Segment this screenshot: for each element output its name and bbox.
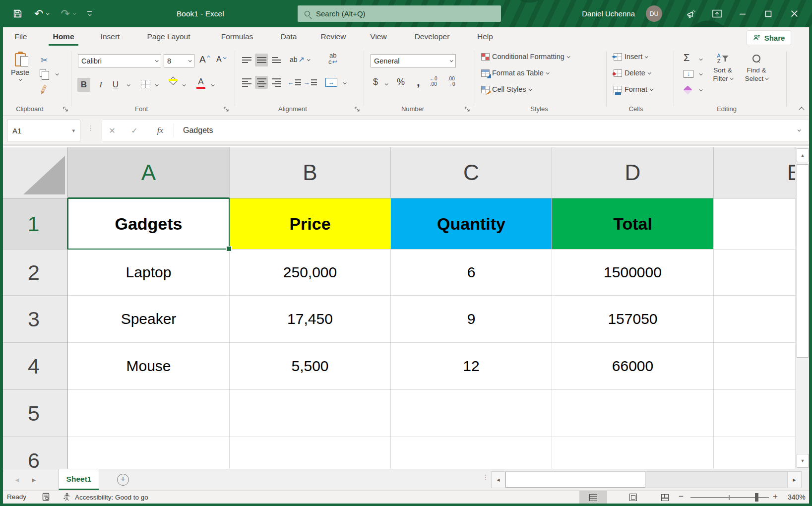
normal-view-button[interactable] <box>579 491 607 504</box>
scroll-right-icon[interactable]: ▸ <box>787 472 801 488</box>
copy-dropdown-icon[interactable] <box>56 72 59 75</box>
cell-D1[interactable]: Total <box>552 198 714 250</box>
fill-color-dropdown-icon[interactable] <box>183 83 186 86</box>
find-select-button[interactable]: Find & Select <box>741 51 772 83</box>
collapse-ribbon-icon[interactable] <box>799 107 804 112</box>
cell-A4[interactable]: Mouse <box>68 343 230 390</box>
accounting-format-button[interactable]: $ <box>373 77 378 87</box>
fill-button[interactable]: ↓ <box>684 70 693 78</box>
sort-filter-button[interactable]: AZ Sort & Filter <box>708 51 737 83</box>
decrease-font-button[interactable]: A <box>216 55 226 64</box>
cell-B6[interactable] <box>230 437 391 469</box>
zoom-level[interactable]: 340% <box>788 493 806 501</box>
decrease-indent-button[interactable]: ← <box>288 76 301 89</box>
align-left-button[interactable] <box>240 76 253 89</box>
cell-B5[interactable] <box>230 390 391 437</box>
cell-D2[interactable]: 1500000 <box>552 250 714 296</box>
tab-formulas[interactable]: Formulas <box>213 27 261 47</box>
cell-C5[interactable] <box>391 390 552 437</box>
cell-E4[interactable] <box>714 343 795 390</box>
cell-E3[interactable] <box>714 296 795 343</box>
save-icon[interactable] <box>13 9 22 18</box>
cell-E5[interactable] <box>714 390 795 437</box>
vertical-scroll-thumb[interactable] <box>797 164 809 358</box>
clear-icon[interactable] <box>683 85 692 94</box>
insert-function-icon[interactable]: fx <box>147 126 174 135</box>
scroll-left-icon[interactable]: ◂ <box>492 472 505 488</box>
cell-B3[interactable]: 17,450 <box>230 296 391 343</box>
tab-file[interactable]: File <box>9 27 33 47</box>
feedback-button[interactable] <box>678 0 704 27</box>
tab-insert[interactable]: Insert <box>94 27 126 47</box>
cell-E2[interactable] <box>714 250 795 296</box>
column-header-D[interactable]: D <box>552 147 714 198</box>
column-header-B[interactable]: B <box>230 147 391 198</box>
cell-D4[interactable]: 66000 <box>552 343 714 390</box>
merge-center-dropdown-icon[interactable] <box>343 81 347 84</box>
tab-data[interactable]: Data <box>274 27 304 47</box>
align-middle-button[interactable] <box>255 54 268 66</box>
percent-style-button[interactable]: % <box>397 77 405 87</box>
cell-D3[interactable]: 157050 <box>552 296 714 343</box>
orientation-button[interactable]: ab ↗ <box>290 55 310 64</box>
paste-dropdown-icon[interactable] <box>19 77 22 81</box>
cell-C3[interactable]: 9 <box>391 296 552 343</box>
scroll-down-icon[interactable]: ▼ <box>797 454 809 468</box>
cell-C6[interactable] <box>391 437 552 469</box>
format-painter-icon[interactable]: 🖉 <box>38 84 50 96</box>
name-box-dropdown-icon[interactable]: ▾ <box>72 127 75 134</box>
fill-dropdown-icon[interactable] <box>699 72 703 75</box>
comma-style-button[interactable]: , <box>417 75 420 89</box>
column-header-A[interactable]: A <box>68 147 230 198</box>
row-header-1[interactable]: 1 <box>0 198 68 250</box>
tab-view[interactable]: View <box>365 27 392 47</box>
enter-icon[interactable]: ✓ <box>122 126 147 135</box>
search-input[interactable]: Search (Alt+Q) <box>298 5 501 22</box>
column-header-E[interactable]: E <box>714 147 795 198</box>
align-bottom-button[interactable] <box>270 54 283 66</box>
autosum-dropdown-icon[interactable] <box>699 57 703 61</box>
font-name-select[interactable]: Calibri <box>78 54 161 67</box>
underline-button[interactable]: U <box>110 78 121 92</box>
underline-dropdown-icon[interactable] <box>127 83 130 86</box>
cell-A6[interactable] <box>68 437 230 469</box>
alignment-dialog-launcher[interactable] <box>354 106 361 113</box>
delete-cells-button[interactable]: Delete <box>614 69 650 77</box>
page-break-view-button[interactable] <box>651 491 679 504</box>
accounting-dropdown-icon[interactable] <box>385 82 388 85</box>
ribbon-display-options-button[interactable] <box>704 0 730 27</box>
tab-review[interactable]: Review <box>314 27 352 47</box>
cell-E1[interactable] <box>714 198 795 250</box>
cut-button[interactable]: ✂ <box>41 55 48 65</box>
zoom-out-button[interactable]: − <box>679 492 684 502</box>
row-header-3[interactable]: 3 <box>0 296 68 343</box>
sheet-nav-left-icon[interactable]: ◄ <box>14 469 20 490</box>
undo-button[interactable]: ↶ <box>34 8 49 19</box>
borders-icon[interactable] <box>141 80 150 88</box>
cell-B2[interactable]: 250,000 <box>230 250 391 296</box>
number-format-select[interactable]: General <box>371 54 456 67</box>
align-center-button[interactable] <box>255 76 268 89</box>
borders-dropdown-icon[interactable] <box>155 83 159 86</box>
cell-C4[interactable]: 12 <box>391 343 552 390</box>
font-color-dropdown-icon[interactable] <box>211 83 215 86</box>
row-header-2[interactable]: 2 <box>0 250 68 296</box>
copy-button[interactable] <box>40 69 46 77</box>
cell-D5[interactable] <box>552 390 714 437</box>
increase-font-button[interactable]: A <box>199 54 210 65</box>
increase-decimal-button[interactable]: ←0.00 <box>430 76 437 87</box>
merge-center-icon[interactable]: ↔ <box>325 78 337 87</box>
minimize-button[interactable] <box>730 0 755 27</box>
undo-dropdown-icon[interactable] <box>46 11 50 15</box>
format-as-table-button[interactable]: Format as Table <box>481 69 549 77</box>
align-top-button[interactable] <box>240 54 253 66</box>
font-dialog-launcher[interactable] <box>223 106 230 113</box>
insert-cells-button[interactable]: Insert <box>614 53 647 61</box>
scroll-up-icon[interactable]: ▲ <box>797 148 809 162</box>
number-dialog-launcher[interactable] <box>464 106 471 113</box>
cell-E6[interactable] <box>714 437 795 469</box>
page-layout-view-button[interactable] <box>619 491 647 504</box>
name-box[interactable]: A1 ▾ <box>7 120 80 141</box>
cell-A1[interactable]: Gadgets <box>68 198 230 250</box>
increase-indent-button[interactable]: → <box>304 76 316 89</box>
